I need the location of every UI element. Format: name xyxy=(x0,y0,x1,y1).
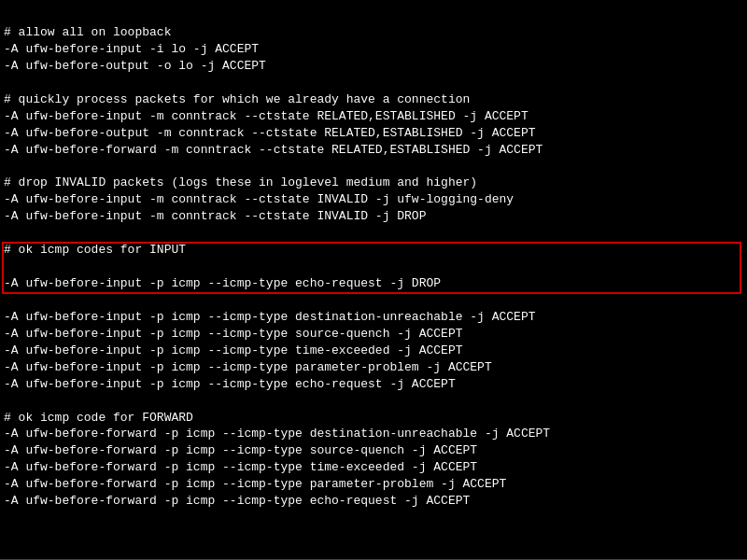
editor-line: -A ufw-before-forward -p icmp --icmp-typ… xyxy=(4,426,743,442)
editor-line: # quickly process packets for which we a… xyxy=(4,91,743,108)
editor-line: -A ufw-before-input -p icmp --icmp-type … xyxy=(4,275,743,292)
editor-area[interactable]: # allow all on loopback-A ufw-before-inp… xyxy=(0,4,747,559)
editor-line xyxy=(4,7,743,24)
editor-line: # ok icmp codes for INPUT xyxy=(4,242,743,259)
editor-line: -A ufw-before-output -o lo -j ACCEPT xyxy=(4,58,743,75)
app: # allow all on loopback-A ufw-before-inp… xyxy=(0,0,747,560)
editor-line xyxy=(4,75,743,91)
editor-line: -A ufw-before-input -m conntrack --ctsta… xyxy=(4,208,743,225)
editor-line: # drop INVALID packets (logs these in lo… xyxy=(4,175,743,191)
editor-line xyxy=(4,259,743,275)
editor-line: -A ufw-before-forward -p icmp --icmp-typ… xyxy=(4,459,743,476)
editor-line: -A ufw-before-input -p icmp --icmp-type … xyxy=(4,326,743,343)
editor-line: -A ufw-before-output -m conntrack --ctst… xyxy=(4,125,743,142)
editor-line: -A ufw-before-forward -m conntrack --cts… xyxy=(4,142,743,159)
editor-line xyxy=(4,393,743,410)
editor-line: -A ufw-before-forward -p icmp --icmp-typ… xyxy=(4,493,743,510)
editor-line: -A ufw-before-forward -p icmp --icmp-typ… xyxy=(4,476,743,493)
editor-line: -A ufw-before-forward -p icmp --icmp-typ… xyxy=(4,442,743,459)
editor-line: -A ufw-before-input -p icmp --icmp-type … xyxy=(4,343,743,359)
editor-line xyxy=(4,292,743,309)
editor-line: -A ufw-before-input -m conntrack --ctsta… xyxy=(4,108,743,125)
editor-line xyxy=(4,225,743,242)
editor-content: # allow all on loopback-A ufw-before-inp… xyxy=(0,4,747,513)
editor-line: # ok icmp code for FORWARD xyxy=(4,410,743,427)
editor-line: -A ufw-before-input -p icmp --icmp-type … xyxy=(4,376,743,393)
editor-line: -A ufw-before-input -i lo -j ACCEPT xyxy=(4,41,743,58)
editor-line xyxy=(4,158,743,175)
editor-line: -A ufw-before-input -m conntrack --ctsta… xyxy=(4,191,743,208)
editor-line: -A ufw-before-input -p icmp --icmp-type … xyxy=(4,309,743,326)
editor-line: # allow all on loopback xyxy=(4,24,743,41)
editor-line: -A ufw-before-input -p icmp --icmp-type … xyxy=(4,359,743,376)
